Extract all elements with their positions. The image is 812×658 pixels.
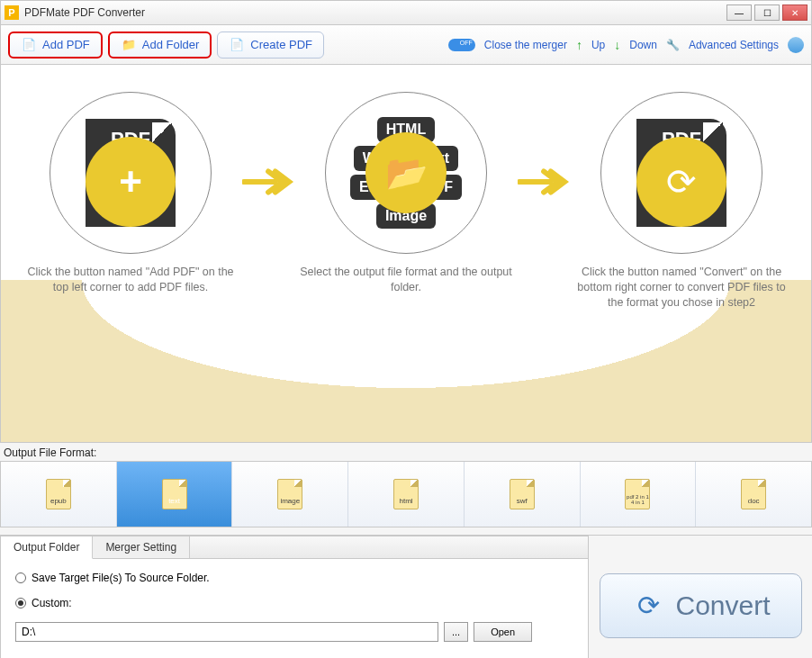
add-folder-button[interactable]: 📁 Add Folder (108, 32, 212, 59)
output-folder-body: Save Target File(s) To Source Folder. Cu… (1, 559, 588, 654)
up-arrow-icon: ↑ (576, 38, 582, 52)
browse-button[interactable]: ... (444, 622, 468, 642)
add-pdf-label: Add PDF (42, 38, 90, 51)
add-pdf-button[interactable]: 📄 Add PDF (8, 32, 103, 59)
step-3: PDF ⟳ Click the button named "Convert" o… (570, 92, 793, 311)
step-3-text: Click the button named "Convert" on the … (570, 265, 793, 311)
doc-icon: html (393, 479, 419, 509)
down-link[interactable]: Down (629, 39, 657, 51)
doc-icon: pdf 2 in 1 4 in 1 (625, 479, 650, 509)
arrow-1-icon (242, 164, 294, 200)
convert-label: Convert (675, 590, 770, 621)
wrench-icon: 🔧 (666, 39, 680, 51)
output-format-label: Output File Format: (4, 446, 808, 459)
toolbar-right: Close the merger ↑ Up ↓ Down 🔧 Advanced … (448, 37, 804, 53)
doc-icon: epub (46, 479, 71, 509)
format-doc[interactable]: doc (696, 462, 811, 527)
add-folder-label: Add Folder (142, 38, 200, 51)
step-2-text: Select the output file format and the ou… (294, 265, 518, 295)
maximize-button[interactable]: ☐ (754, 5, 780, 21)
step-3-circle: PDF ⟳ (600, 92, 762, 254)
convert-disc-icon: ⟳ (636, 137, 726, 227)
help-icon[interactable] (788, 37, 804, 53)
format-pdf-nin1[interactable]: pdf 2 in 1 4 in 1 (581, 462, 697, 527)
output-format-row: epub text image html swf pdf 2 in 1 4 in… (0, 461, 812, 527)
custom-path-row: ... Open (15, 622, 573, 642)
step-2: HTML Word Text EPUB SWF Image 📂 Select t… (294, 92, 518, 295)
bottom-left-panel: Output Folder Merger Setting Save Target… (0, 536, 589, 658)
doc-icon: swf (510, 479, 535, 509)
close-merger-link[interactable]: Close the merger (484, 39, 567, 51)
radio-source[interactable] (15, 572, 26, 583)
format-html[interactable]: html (348, 462, 465, 527)
toolbar: 📄 Add PDF 📁 Add Folder 📄 Create PDF Clos… (0, 25, 812, 65)
add-plus-disc-icon: + (86, 137, 176, 227)
pdf-create-icon: 📄 (229, 37, 245, 53)
radio-custom[interactable] (15, 598, 26, 608)
format-image[interactable]: image (232, 462, 348, 527)
app-logo-icon: P (5, 5, 19, 20)
custom-row[interactable]: Custom: (15, 597, 573, 609)
step-1-text: Click the button named "Add PDF" on the … (19, 265, 242, 295)
doc-icon: text (162, 479, 187, 509)
step-2-circle: HTML Word Text EPUB SWF Image 📂 (325, 92, 487, 254)
format-swf[interactable]: swf (465, 462, 581, 527)
folder-plus-icon: 📁 (121, 37, 137, 53)
main-area: PDF + Click the button named "Add PDF" o… (0, 65, 812, 443)
advanced-settings-link[interactable]: Advanced Settings (689, 39, 779, 51)
bottom-panel: Output Folder Merger Setting Save Target… (0, 535, 812, 658)
output-path-input[interactable] (15, 622, 438, 642)
format-text[interactable]: text (117, 462, 233, 527)
tab-output-folder[interactable]: Output Folder (1, 536, 93, 559)
convert-icon: ⟳ (630, 588, 666, 624)
save-to-source-label: Save Target File(s) To Source Folder. (32, 572, 210, 584)
open-folder-button[interactable]: Open (474, 622, 532, 642)
minimize-button[interactable]: — (726, 5, 752, 21)
format-epub[interactable]: epub (1, 462, 117, 527)
window-title: PDFMate PDF Converter (24, 6, 724, 19)
bottom-right-panel: ⟳ Convert (589, 536, 812, 658)
folder-disc-icon: 📂 (365, 132, 447, 213)
convert-button[interactable]: ⟳ Convert (600, 573, 802, 638)
step-1-circle: PDF + (50, 92, 212, 254)
create-pdf-label: Create PDF (250, 38, 312, 51)
doc-icon: image (277, 479, 302, 509)
create-pdf-button[interactable]: 📄 Create PDF (217, 32, 324, 59)
bottom-tabs: Output Folder Merger Setting (1, 536, 588, 559)
down-arrow-icon: ↓ (614, 38, 620, 52)
title-bar: P PDFMate PDF Converter — ☐ ✕ (0, 0, 812, 25)
doc-icon: doc (741, 479, 766, 509)
pdf-plus-icon: 📄 (21, 37, 37, 53)
step-1: PDF + Click the button named "Add PDF" o… (19, 92, 242, 295)
merger-toggle[interactable] (448, 39, 475, 51)
arrow-2-icon (518, 164, 570, 200)
save-to-source-row[interactable]: Save Target File(s) To Source Folder. (15, 572, 573, 584)
tab-merger-setting[interactable]: Merger Setting (93, 536, 190, 558)
up-link[interactable]: Up (591, 39, 605, 51)
custom-label: Custom: (32, 597, 72, 609)
close-button[interactable]: ✕ (782, 5, 807, 21)
